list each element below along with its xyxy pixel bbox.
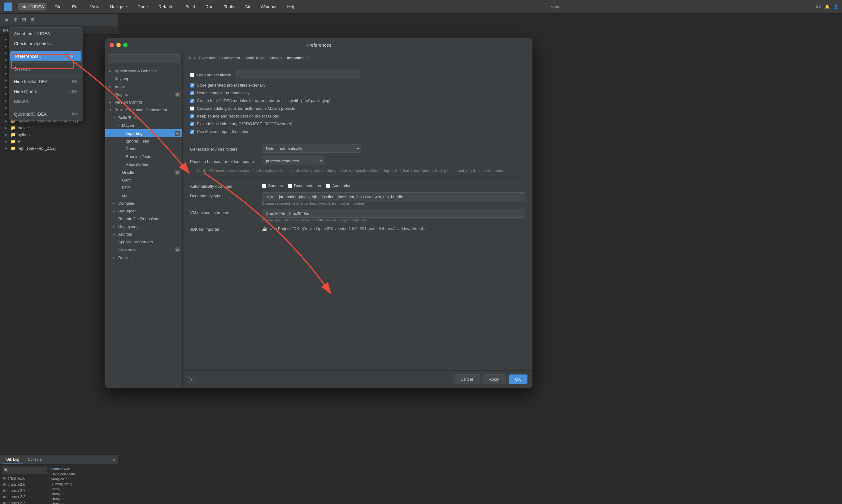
branch-2.1[interactable]: branch-2.1 <box>2 488 47 494</box>
nav-keymap[interactable]: Keymap <box>105 75 182 83</box>
nav-deployment[interactable]: ▶ Deployment <box>105 223 182 230</box>
close-button[interactable] <box>109 43 114 47</box>
nav-coverage[interactable]: Coverage ⊞ <box>105 246 182 254</box>
nav-ignored-files[interactable]: Ignored Files <box>105 137 182 145</box>
nav-importing[interactable]: Importing ⊞ <box>105 129 182 137</box>
menu-navigate[interactable]: Navigate <box>107 3 130 11</box>
traffic-lights <box>109 43 127 47</box>
exclude-build-checkbox[interactable] <box>190 122 194 126</box>
menu-hide-others[interactable]: Hide Others ⌥⌘H <box>9 87 83 96</box>
branch-2.2[interactable]: branch-2.2 <box>2 494 47 500</box>
nav-search-input[interactable] <box>108 54 180 63</box>
menu-build[interactable]: Build <box>183 3 197 11</box>
keep-source-checkbox[interactable] <box>190 114 194 119</box>
nav-app-servers[interactable]: Application Servers <box>105 238 182 246</box>
nav-sbt[interactable]: sbt <box>105 192 182 199</box>
menu-hide[interactable]: Hide IntelliJ IDEA ⌘H <box>9 77 83 87</box>
nav-maven[interactable]: ▼ Maven <box>105 122 182 129</box>
nav-debugger[interactable]: ▶ Debugger <box>105 207 182 215</box>
sources-checkbox[interactable] <box>262 184 266 188</box>
menu-intellij[interactable]: IntelliJ IDEA <box>18 3 47 11</box>
ok-button[interactable]: OK <box>509 375 528 384</box>
menu-quit[interactable]: Quit IntelliJ IDEA ⌘Q <box>9 109 83 119</box>
nav-gradle[interactable]: Gradle ⊞ <box>105 168 182 176</box>
nav-gant[interactable]: Gant <box>105 176 182 184</box>
help-button[interactable]: ? <box>188 376 195 383</box>
sidebar-align-icon[interactable]: ≡ <box>3 16 10 23</box>
breadcrumb-sep1: › <box>242 56 243 60</box>
nav-editor[interactable]: ▶ Editor <box>105 83 182 90</box>
git-search[interactable]: 🔍 + <box>2 467 47 474</box>
menu-edit[interactable]: Edit <box>70 3 82 11</box>
sidebar-settings-icon[interactable]: ⚙ <box>29 16 36 23</box>
menu-check-updates[interactable]: Check for Updates... <box>9 39 83 49</box>
branch-1.6[interactable]: branch-1.6 <box>2 475 47 482</box>
nav-docker[interactable]: ▶ Docker <box>105 254 182 262</box>
use-maven-checkbox[interactable] <box>190 129 194 134</box>
tree-item-repl[interactable]: ▶📁 repl [spark-repl_2.12] <box>0 145 118 151</box>
menu-code[interactable]: Code <box>135 3 150 11</box>
git-log-tab[interactable]: Git: Log <box>2 456 23 464</box>
keep-project-input[interactable] <box>236 71 360 79</box>
nav-runner[interactable]: Runner <box>105 145 182 153</box>
window-title: spark <box>304 4 809 9</box>
nav-forward-btn[interactable]: › <box>523 55 528 61</box>
jdk-row: JDK for importer: ☕ Use Project JDK (Ora… <box>190 226 525 232</box>
nav-plugins[interactable]: Plugins ⊞ <box>105 90 182 98</box>
nav-appearance-behavior[interactable]: ▶ Appearance & Behavior <box>105 67 182 75</box>
menu-help[interactable]: Help <box>284 3 298 11</box>
menu-file[interactable]: File <box>52 3 64 11</box>
store-generated-row: Store generated project files externally <box>190 83 525 88</box>
documentation-checkbox[interactable] <box>288 184 292 188</box>
breadcrumb-part4: Importing <box>287 56 304 60</box>
menu-refactor[interactable]: Refactor <box>156 3 177 11</box>
menu-show-all[interactable]: Show All <box>9 96 83 106</box>
store-generated-checkbox[interactable] <box>190 83 194 88</box>
menu-about[interactable]: About IntelliJ IDEA <box>9 29 83 39</box>
content-header: Build, Execution, Deployment › Build Too… <box>183 52 532 64</box>
generated-sources-select[interactable]: Detect automatically Generated sources r… <box>262 144 361 153</box>
nav-running-tests[interactable]: Running Tests <box>105 153 182 161</box>
dependency-types-input[interactable] <box>262 192 525 201</box>
nav-tree: ▶ Appearance & Behavior Keymap ▶ Editor <box>105 66 182 388</box>
cancel-button[interactable]: Cancel <box>454 375 479 384</box>
nav-build-tools[interactable]: ▼ Build Tools <box>105 114 182 122</box>
menu-tools[interactable]: Tools <box>222 3 237 11</box>
nav-remote-jar[interactable]: Remote Jar Repositories <box>105 215 182 223</box>
keep-project-label: Keep project files in: <box>196 73 233 77</box>
nav-build-execution[interactable]: ▼ Build, Execution, Deployment <box>105 106 182 114</box>
nav-android[interactable]: ▶ Android <box>105 230 182 238</box>
tree-item-project[interactable]: ▶📁 project <box>0 124 118 131</box>
menu-run[interactable]: Run <box>203 3 216 11</box>
create-groups-checkbox[interactable] <box>190 106 194 111</box>
tree-item-python[interactable]: ▶📁 python <box>0 131 118 138</box>
minimize-button[interactable] <box>116 43 121 47</box>
nav-version-control[interactable]: ▶ Version Control <box>105 98 182 106</box>
git-console-tab[interactable]: Console <box>24 456 45 464</box>
menu-view[interactable]: View <box>88 3 102 11</box>
annotations-checkbox[interactable] <box>326 184 330 188</box>
nav-bsp[interactable]: BSP <box>105 184 182 192</box>
detect-compiler-checkbox[interactable] <box>190 91 194 95</box>
nav-repositories[interactable]: Repositories <box>105 161 182 168</box>
keep-project-checkbox[interactable] <box>190 73 194 77</box>
vm-options-input[interactable] <box>262 209 525 218</box>
menu-git[interactable]: Git <box>242 3 253 11</box>
branch-2.3[interactable]: branch-2.3 <box>2 500 47 504</box>
nav-back-btn[interactable]: ‹ <box>518 55 522 61</box>
branch-2.0[interactable]: branch-2.0 <box>2 482 47 488</box>
sidebar-close-icon[interactable]: — <box>38 16 45 23</box>
phase-select[interactable]: process-resources <box>262 157 324 165</box>
menu-window[interactable]: Window <box>258 3 279 11</box>
apply-button[interactable]: Apply <box>483 375 506 384</box>
menu-services[interactable]: Services › <box>9 64 83 74</box>
maximize-button[interactable] <box>123 43 127 47</box>
create-modules-checkbox[interactable] <box>190 98 194 103</box>
menu-preferences[interactable]: Preferences.. ⌘ , <box>10 51 82 61</box>
git-console-close[interactable]: ✕ <box>112 457 115 462</box>
sidebar-collapse-icon[interactable]: ⊟ <box>20 16 27 23</box>
tree-item-r[interactable]: ▶📁 R <box>0 138 118 145</box>
sidebar-expand-icon[interactable]: ⊞ <box>12 16 19 23</box>
dialog-footer: ? Cancel Apply OK <box>183 371 532 388</box>
nav-compiler[interactable]: ▶ Compiler <box>105 199 182 207</box>
